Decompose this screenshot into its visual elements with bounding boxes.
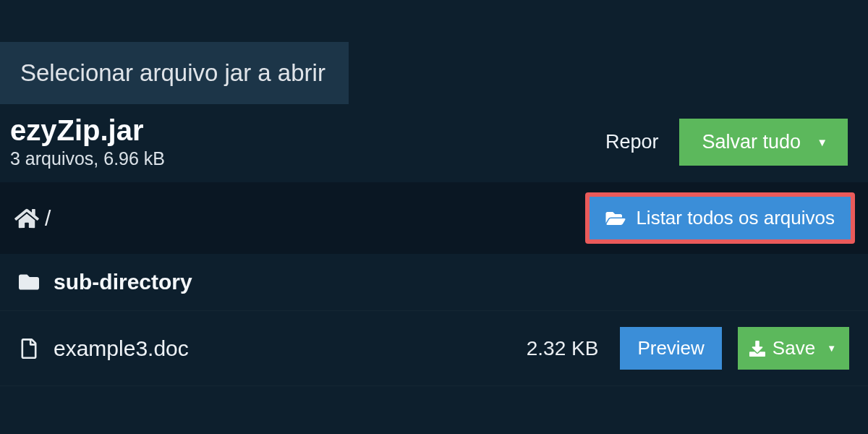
preview-button[interactable]: Preview xyxy=(620,327,721,370)
file-header-left: ezyZip.jar 3 arquivos, 6.96 kB xyxy=(10,114,165,169)
tab-select-file[interactable]: Selecionar arquivo jar a abrir xyxy=(0,42,349,104)
file-header: ezyZip.jar 3 arquivos, 6.96 kB Repor Sal… xyxy=(0,104,868,182)
folder-open-icon xyxy=(605,210,626,227)
caret-down-icon: ▼ xyxy=(827,343,836,354)
list-all-highlight: Listar todos os arquivos xyxy=(585,192,855,244)
table-row: example3.doc 2.32 KB Preview Save ▼ xyxy=(0,311,868,386)
top-spacer xyxy=(0,0,868,42)
directory-name: sub-directory xyxy=(54,270,192,294)
save-all-button[interactable]: Salvar tudo ▼ xyxy=(679,119,848,166)
file-size: 2.32 KB xyxy=(527,337,599,360)
archive-meta: 3 arquivos, 6.96 kB xyxy=(10,148,165,169)
breadcrumb-row: / Listar todos os arquivos xyxy=(0,182,868,254)
list-all-files-button[interactable]: Listar todos os arquivos xyxy=(590,197,851,239)
save-button[interactable]: Save ▼ xyxy=(738,327,849,370)
folder-icon xyxy=(17,272,41,292)
list-all-label: Listar todos os arquivos xyxy=(636,207,835,229)
caret-down-icon: ▼ xyxy=(817,136,827,148)
reset-button[interactable]: Repor xyxy=(605,131,659,153)
save-all-label: Salvar tudo xyxy=(702,131,801,153)
breadcrumb-separator: / xyxy=(45,206,51,231)
row-left: sub-directory xyxy=(17,270,192,294)
download-icon xyxy=(749,341,765,357)
table-row[interactable]: sub-directory xyxy=(0,254,868,311)
breadcrumb[interactable]: / xyxy=(14,206,51,231)
tab-bar: Selecionar arquivo jar a abrir xyxy=(0,42,868,104)
row-right: 2.32 KB Preview Save ▼ xyxy=(527,327,849,370)
row-left: example3.doc xyxy=(17,336,189,361)
archive-name: ezyZip.jar xyxy=(10,114,165,147)
file-header-right: Repor Salvar tudo ▼ xyxy=(605,119,848,166)
file-name: example3.doc xyxy=(54,336,189,361)
file-icon xyxy=(17,339,41,359)
home-icon xyxy=(14,208,39,229)
save-label: Save xyxy=(773,337,815,359)
